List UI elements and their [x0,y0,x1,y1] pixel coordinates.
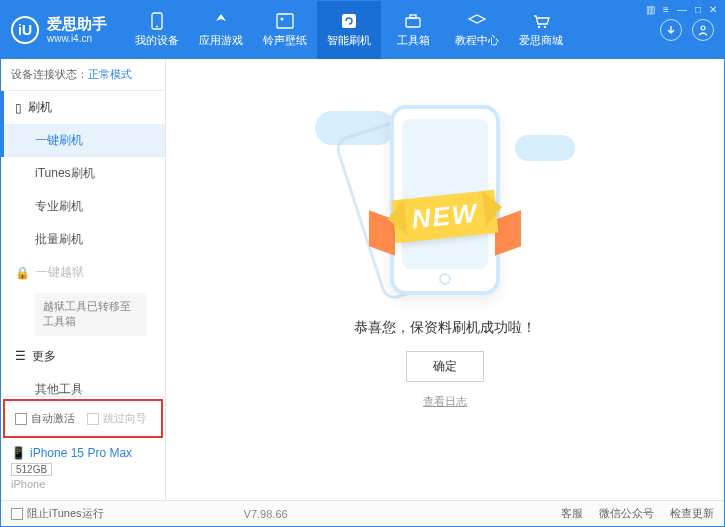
graduation-icon [467,12,487,30]
sidebar: 设备连接状态：正常模式 ▯ 刷机 一键刷机 iTunes刷机 专业刷机 批量刷机… [1,59,166,500]
connection-status: 设备连接状态：正常模式 [1,59,165,91]
jailbreak-note: 越狱工具已转移至工具箱 [35,293,147,336]
nav-label: 工具箱 [397,33,430,48]
toolbox-icon [403,12,423,30]
download-icon[interactable] [660,19,682,41]
svg-point-3 [281,18,284,21]
phone-icon [147,12,167,30]
nav-label: 爱思商城 [519,33,563,48]
status-value: 正常模式 [88,68,132,80]
nav-smart-flash[interactable]: 智能刷机 [317,1,381,59]
device-name[interactable]: 📱 iPhone 15 Pro Max [11,446,155,460]
refresh-icon [339,12,359,30]
success-message: 恭喜您，保资料刷机成功啦！ [354,319,536,337]
nav-label: 我的设备 [135,33,179,48]
more-group-icon: ☰ [15,349,26,363]
nav-label: 铃声壁纸 [263,33,307,48]
nav-toolbox[interactable]: 工具箱 [381,1,445,59]
nav-label: 教程中心 [455,33,499,48]
checkbox-label: 跳过向导 [103,411,147,426]
confirm-button[interactable]: 确定 [406,351,484,382]
nav-store[interactable]: 爱思商城 [509,1,573,59]
nav-apps-games[interactable]: 应用游戏 [189,1,253,59]
close-icon[interactable]: ✕ [709,4,717,15]
checkbox-label: 自动激活 [31,411,75,426]
nav-ringtone-wallpaper[interactable]: 铃声壁纸 [253,1,317,59]
device-model: iPhone [11,478,155,490]
svg-rect-5 [406,18,420,27]
footer-link-support[interactable]: 客服 [561,506,583,521]
checkbox-auto-activate[interactable]: 自动激活 [15,411,75,426]
status-label: 设备连接状态： [11,68,88,80]
image-icon [275,12,295,30]
svg-point-7 [538,26,540,28]
success-illustration: NEW [345,95,545,305]
header: iU 爱思助手 www.i4.cn 我的设备 应用游戏 铃声壁纸 智能刷机 [1,1,724,59]
svg-rect-6 [410,15,416,18]
device-phone-icon: 📱 [11,446,26,460]
sidebar-item-itunes-flash[interactable]: iTunes刷机 [1,157,165,190]
device-storage: 512GB [11,463,52,476]
checkbox-icon [87,413,99,425]
rocket-icon [211,12,231,30]
sidebar-group-jailbreak: 🔒 一键越狱 [1,256,165,289]
checkbox-highlight-row: 自动激活 跳过向导 [3,399,163,438]
sidebar-group-flash[interactable]: ▯ 刷机 [1,91,165,124]
main-content: NEW 恭喜您，保资料刷机成功啦！ 确定 查看日志 [166,59,724,500]
user-icon[interactable] [692,19,714,41]
group-label: 更多 [32,348,56,365]
version-label: V7.98.66 [244,508,288,520]
svg-point-9 [701,26,705,30]
checkbox-skip-guide[interactable]: 跳过向导 [87,411,147,426]
minimize-icon[interactable]: — [677,4,687,15]
checkbox-block-itunes[interactable]: 阻止iTunes运行 [11,506,104,521]
sidebar-item-one-click-flash[interactable]: 一键刷机 [1,124,165,157]
svg-point-8 [544,26,546,28]
flash-group-icon: ▯ [15,101,22,115]
device-info: 📱 iPhone 15 Pro Max 512GB iPhone [1,440,165,500]
group-label: 刷机 [28,99,52,116]
brand-url: www.i4.cn [47,33,107,44]
top-nav: 我的设备 应用游戏 铃声壁纸 智能刷机 工具箱 教程中心 [125,1,573,59]
brand-logo: iU [11,16,39,44]
cart-icon [531,12,551,30]
brand-title: 爱思助手 [47,16,107,33]
nav-my-device[interactable]: 我的设备 [125,1,189,59]
sidebar-item-other-tools[interactable]: 其他工具 [1,373,165,396]
nav-label: 智能刷机 [327,33,371,48]
sidebar-group-more[interactable]: ☰ 更多 [1,340,165,373]
checkbox-icon [15,413,27,425]
group-label: 一键越狱 [36,264,84,281]
view-log-link[interactable]: 查看日志 [423,394,467,409]
lock-icon: 🔒 [15,266,30,280]
sidebar-item-batch-flash[interactable]: 批量刷机 [1,223,165,256]
menu-icon[interactable]: ≡ [663,4,669,15]
footer: 阻止iTunes运行 V7.98.66 客服 微信公众号 检查更新 [1,500,724,526]
skin-icon[interactable]: ▥ [646,4,655,15]
svg-rect-4 [342,14,356,28]
nav-label: 应用游戏 [199,33,243,48]
maximize-icon[interactable]: □ [695,4,701,15]
checkbox-icon [11,508,23,520]
footer-link-wechat[interactable]: 微信公众号 [599,506,654,521]
checkbox-label: 阻止iTunes运行 [27,506,104,521]
brand: iU 爱思助手 www.i4.cn [11,16,107,44]
svg-rect-2 [277,14,293,28]
svg-point-1 [156,26,158,28]
footer-link-update[interactable]: 检查更新 [670,506,714,521]
nav-tutorials[interactable]: 教程中心 [445,1,509,59]
sidebar-item-pro-flash[interactable]: 专业刷机 [1,190,165,223]
